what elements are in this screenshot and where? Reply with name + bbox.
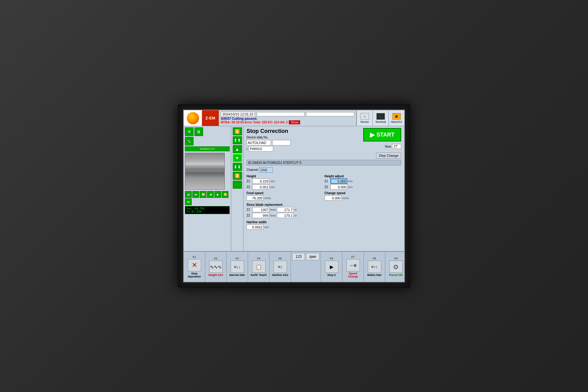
z2-height-input[interactable] [252, 184, 269, 190]
main-area: ✛ 🖥 ⤡ Screen=1×1 🤖 [184, 126, 404, 251]
status-line1: G0037 Cutting paused. [221, 117, 354, 120]
rewind-button[interactable]: ⏪ [200, 191, 206, 198]
f2-group[interactable]: F2 ∿∿∿ Height ADJ [205, 252, 227, 282]
f5-icon: ≡↕ [273, 261, 287, 273]
f7-group[interactable]: F7 ↔⊕ Speed Change [342, 252, 364, 282]
top-bar: Z-EM 2024/10/10 12:01:23 G0 [184, 110, 404, 126]
f8-group[interactable]: F8 ≡↑↑ Widen Hair [364, 252, 385, 282]
nav-down-bottom[interactable]: ⏬ [233, 172, 242, 180]
alarm-button[interactable]: ▦ Alarm/Cir [388, 110, 404, 126]
f9-label: F9 [394, 257, 398, 260]
f2-name: Height ADJ [208, 273, 223, 277]
feed-speed-input[interactable] [247, 195, 263, 201]
f6-icon: ▶ [325, 261, 338, 273]
x-coord: Xs= -43.765 [187, 207, 228, 210]
right-panel: Stop Correction Device data No. / [243, 126, 404, 251]
progress-area [257, 112, 354, 116]
blade-z1-lines-input[interactable] [252, 207, 269, 212]
camera-line-2 [185, 171, 224, 172]
z1-adj-label: Z1 [325, 179, 330, 183]
z2-height-unit: mm [270, 186, 275, 189]
show-button[interactable]: Show [289, 120, 300, 124]
change-speed-input[interactable] [325, 195, 341, 201]
blade-z1-dist-input[interactable] [277, 207, 294, 212]
play-button[interactable]: ▶ [214, 191, 221, 198]
nav-down-double[interactable]: ⬇⬇ [233, 163, 242, 171]
channel-input[interactable] [259, 167, 273, 173]
skip-start-button[interactable]: ⏮ [192, 191, 199, 198]
disp-change-button[interactable]: Disp Change [376, 153, 401, 159]
numeric-button[interactable]: 123 [292, 253, 305, 260]
change-speed-title: Change speed [325, 191, 401, 195]
z1-height-input[interactable] [252, 179, 269, 184]
alpha-button[interactable]: qwe [306, 253, 319, 260]
since-blade-title: Since blade replacement [247, 203, 401, 206]
nav-up[interactable]: ▲ [233, 145, 242, 153]
hairline-unit: mm [264, 226, 269, 229]
f3-group[interactable]: F3 ≡↓↓ Narrow Hair [227, 252, 248, 282]
f3-label: F3 [236, 257, 239, 260]
playback-controls: 🤖 ⏮ ⏪ ◀ ▶ ⏩ ⏭ [185, 191, 230, 205]
nav-up-top[interactable]: ⏫ [233, 127, 242, 135]
monitor-button[interactable]: 🖥 [194, 127, 203, 136]
height-section: Height Z1 mm Z2 mm [247, 175, 401, 190]
hairline-input[interactable] [247, 224, 263, 230]
blade-z2-lines-input[interactable] [252, 213, 269, 218]
z1-adjust-input[interactable] [330, 179, 347, 184]
device-slash: / [247, 147, 247, 151]
z2-adjust-input[interactable] [330, 184, 347, 190]
z2-adj-unit: mm [348, 186, 353, 189]
skip-end-button[interactable]: ⏭ [185, 198, 192, 205]
progress-bar [257, 112, 305, 116]
coords-display: Xs= -43.765 Y= 87.434 [185, 206, 230, 214]
autoload-input[interactable] [247, 140, 271, 145]
terminal-button[interactable]: >_ Terminal [372, 110, 388, 126]
screen: Z-EM 2024/10/10 12:01:23 G0 [183, 110, 405, 282]
blade-z1-lines-unit: lines [270, 208, 276, 211]
start-arrow-icon: ▶ [370, 131, 375, 138]
f4-icon: 📋 [252, 261, 266, 273]
logo-icon [187, 112, 199, 124]
resize-button[interactable]: ⤡ [185, 137, 194, 145]
f9-name: Precut ON [389, 273, 403, 277]
device-program-input[interactable] [249, 146, 273, 152]
f1-label: F1 [193, 255, 196, 258]
f6-label: F6 [330, 257, 333, 260]
z2-label: Z2 [247, 185, 251, 189]
nav-up-double[interactable]: ⬆⬆ [233, 136, 242, 144]
f7-label: F7 [351, 255, 355, 258]
zem-label: Z-EM [202, 110, 219, 126]
f6-name: Stop 2 [327, 273, 336, 277]
sensor-icon: 📡 [360, 113, 369, 120]
f8-label: F8 [373, 257, 376, 260]
height-title: Height [247, 175, 323, 178]
alarm-icon: ▦ [392, 113, 401, 120]
f4-group[interactable]: F4 📋 KerfC Teach [248, 252, 270, 282]
y-coord: Y= 87.434 [187, 210, 228, 213]
f1-group[interactable]: F1 ✕ Stop Operation [184, 252, 205, 282]
nav-dots[interactable]: ··· [233, 181, 242, 189]
start-button[interactable]: ▶ START [363, 128, 401, 141]
f4-label: F4 [257, 257, 260, 260]
robot-button[interactable]: 🤖 [185, 191, 192, 198]
screen-bezel: Z-EM 2024/10/10 12:01:23 G0 [178, 104, 410, 288]
status-line2: MTBA: 00:18:03 Error Total: 225 KC: 214 … [221, 120, 354, 124]
f5-group[interactable]: F5 ≡↕ Hairline ADJ [270, 252, 291, 282]
nav-down-active[interactable]: ▼ [233, 154, 242, 162]
logo-box [184, 110, 202, 126]
sensor-button[interactable]: 📡 Sensor [356, 110, 372, 126]
panel-header: Stop Correction Device data No. / [247, 128, 401, 159]
now-label: Now [385, 145, 391, 148]
blade-z2-dist-input[interactable] [277, 213, 294, 218]
prev-button[interactable]: ◀ [207, 191, 214, 198]
crosshair-button[interactable]: ✛ [185, 127, 194, 136]
f2-label: F2 [214, 257, 217, 260]
f6-group[interactable]: F6 ▶ Stop 2 [321, 252, 342, 282]
fast-forward-button[interactable]: ⏩ [222, 191, 228, 198]
f9-group[interactable]: F9 ⊙ Precut ON [385, 252, 405, 282]
blade-z2-label: Z2 [247, 214, 251, 217]
z1-label: Z1 [247, 179, 251, 183]
f5-label: F5 [278, 257, 282, 260]
screen-label: Screen=1×1 [185, 146, 230, 151]
height-adjust-box: Height adjust Z1 mm Z2 mm [325, 175, 401, 190]
